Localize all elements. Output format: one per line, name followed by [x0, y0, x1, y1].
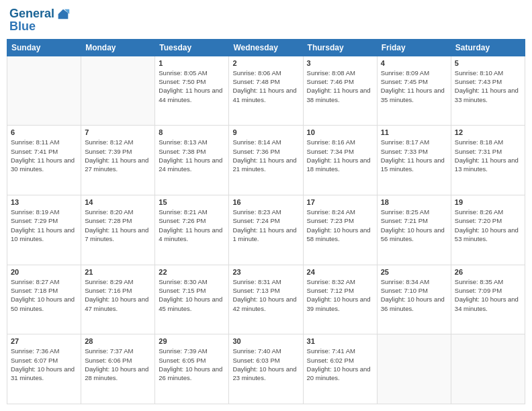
day-cell: 3Sunrise: 8:08 AMSunset: 7:46 PMDaylight… [303, 56, 377, 126]
day-cell: 6Sunrise: 8:11 AMSunset: 7:41 PMDaylight… [7, 126, 81, 195]
day-number: 25 [381, 268, 447, 276]
logo: General Blue [9, 7, 71, 34]
calendar-page: General Blue SundayMondayTuesdayWednesda… [0, 0, 532, 411]
day-number: 11 [381, 128, 447, 136]
day-number: 23 [232, 268, 299, 276]
day-cell: 4Sunrise: 8:09 AMSunset: 7:45 PMDaylight… [377, 56, 451, 126]
weekday-saturday: Saturday [451, 39, 525, 56]
weekday-header-row: SundayMondayTuesdayWednesdayThursdayFrid… [7, 39, 525, 56]
day-number: 5 [455, 59, 521, 67]
day-number: 20 [11, 268, 77, 276]
day-cell: 22Sunrise: 8:30 AMSunset: 7:15 PMDayligh… [155, 265, 229, 334]
week-row-4: 20Sunrise: 8:27 AMSunset: 7:18 PMDayligh… [7, 265, 525, 334]
day-cell: 21Sunrise: 8:29 AMSunset: 7:16 PMDayligh… [81, 265, 155, 334]
calendar-table: SundayMondayTuesdayWednesdayThursdayFrid… [7, 39, 525, 404]
day-info: Sunrise: 8:24 AMSunset: 7:23 PMDaylight:… [307, 208, 373, 243]
day-number: 28 [85, 337, 151, 345]
day-cell: 8Sunrise: 8:13 AMSunset: 7:38 PMDaylight… [155, 126, 229, 195]
logo-text: General [9, 7, 54, 21]
day-cell: 30Sunrise: 7:40 AMSunset: 6:03 PMDayligh… [229, 334, 303, 404]
calendar-body: 1Sunrise: 8:05 AMSunset: 7:50 PMDaylight… [7, 56, 525, 404]
day-info: Sunrise: 8:31 AMSunset: 7:13 PMDaylight:… [232, 277, 299, 313]
day-cell: 29Sunrise: 7:39 AMSunset: 6:05 PMDayligh… [155, 334, 229, 404]
day-cell: 28Sunrise: 7:37 AMSunset: 6:06 PMDayligh… [81, 334, 155, 404]
weekday-monday: Monday [81, 39, 155, 56]
day-number: 12 [455, 128, 521, 136]
weekday-friday: Friday [377, 39, 451, 56]
day-cell: 19Sunrise: 8:26 AMSunset: 7:20 PMDayligh… [451, 195, 525, 265]
day-info: Sunrise: 8:26 AMSunset: 7:20 PMDaylight:… [455, 208, 521, 243]
day-number: 16 [232, 198, 299, 206]
day-info: Sunrise: 7:37 AMSunset: 6:06 PMDaylight:… [85, 347, 151, 382]
day-number: 13 [11, 198, 77, 206]
day-cell: 15Sunrise: 8:21 AMSunset: 7:26 PMDayligh… [155, 195, 229, 265]
day-info: Sunrise: 8:09 AMSunset: 7:45 PMDaylight:… [381, 68, 447, 104]
day-cell [7, 56, 81, 126]
day-info: Sunrise: 8:16 AMSunset: 7:34 PMDaylight:… [307, 138, 373, 173]
day-number: 1 [159, 59, 225, 67]
day-info: Sunrise: 8:11 AMSunset: 7:41 PMDaylight:… [11, 138, 77, 173]
day-info: Sunrise: 8:12 AMSunset: 7:39 PMDaylight:… [85, 138, 151, 173]
day-cell: 25Sunrise: 8:34 AMSunset: 7:10 PMDayligh… [377, 265, 451, 334]
day-cell: 13Sunrise: 8:19 AMSunset: 7:29 PMDayligh… [7, 195, 81, 265]
day-number: 8 [159, 128, 225, 136]
day-info: Sunrise: 7:39 AMSunset: 6:05 PMDaylight:… [159, 347, 225, 382]
day-info: Sunrise: 8:23 AMSunset: 7:24 PMDaylight:… [232, 208, 299, 243]
day-cell: 9Sunrise: 8:14 AMSunset: 7:36 PMDaylight… [229, 126, 303, 195]
day-number: 21 [85, 268, 151, 276]
day-cell: 27Sunrise: 7:36 AMSunset: 6:07 PMDayligh… [7, 334, 81, 404]
day-number: 26 [455, 268, 521, 276]
day-cell: 5Sunrise: 8:10 AMSunset: 7:43 PMDaylight… [451, 56, 525, 126]
day-info: Sunrise: 8:13 AMSunset: 7:38 PMDaylight:… [159, 138, 225, 173]
day-number: 7 [85, 128, 151, 136]
day-info: Sunrise: 8:06 AMSunset: 7:48 PMDaylight:… [232, 68, 299, 104]
day-info: Sunrise: 8:14 AMSunset: 7:36 PMDaylight:… [232, 138, 299, 173]
day-number: 4 [381, 59, 447, 67]
day-number: 10 [307, 128, 373, 136]
day-info: Sunrise: 8:25 AMSunset: 7:21 PMDaylight:… [381, 208, 447, 243]
day-cell: 10Sunrise: 8:16 AMSunset: 7:34 PMDayligh… [303, 126, 377, 195]
weekday-wednesday: Wednesday [229, 39, 303, 56]
header: General Blue [7, 7, 525, 34]
day-number: 27 [11, 337, 77, 345]
week-row-2: 6Sunrise: 8:11 AMSunset: 7:41 PMDaylight… [7, 126, 525, 195]
day-number: 29 [159, 337, 225, 345]
weekday-sunday: Sunday [7, 39, 81, 56]
day-info: Sunrise: 7:41 AMSunset: 6:02 PMDaylight:… [307, 347, 373, 382]
logo-icon [56, 7, 71, 21]
weekday-tuesday: Tuesday [155, 39, 229, 56]
day-info: Sunrise: 8:30 AMSunset: 7:15 PMDaylight:… [159, 277, 225, 313]
day-number: 9 [232, 128, 299, 136]
day-number: 2 [232, 59, 299, 67]
day-cell: 14Sunrise: 8:20 AMSunset: 7:28 PMDayligh… [81, 195, 155, 265]
day-cell: 26Sunrise: 8:35 AMSunset: 7:09 PMDayligh… [451, 265, 525, 334]
day-cell: 7Sunrise: 8:12 AMSunset: 7:39 PMDaylight… [81, 126, 155, 195]
week-row-3: 13Sunrise: 8:19 AMSunset: 7:29 PMDayligh… [7, 195, 525, 265]
day-cell: 24Sunrise: 8:32 AMSunset: 7:12 PMDayligh… [303, 265, 377, 334]
day-cell: 20Sunrise: 8:27 AMSunset: 7:18 PMDayligh… [7, 265, 81, 334]
day-number: 18 [381, 198, 447, 206]
day-info: Sunrise: 8:17 AMSunset: 7:33 PMDaylight:… [381, 138, 447, 173]
day-number: 19 [455, 198, 521, 206]
day-cell [81, 56, 155, 126]
day-info: Sunrise: 7:36 AMSunset: 6:07 PMDaylight:… [11, 347, 77, 382]
day-number: 15 [159, 198, 225, 206]
day-info: Sunrise: 8:35 AMSunset: 7:09 PMDaylight:… [455, 277, 521, 313]
day-cell: 16Sunrise: 8:23 AMSunset: 7:24 PMDayligh… [229, 195, 303, 265]
day-cell: 11Sunrise: 8:17 AMSunset: 7:33 PMDayligh… [377, 126, 451, 195]
day-cell: 2Sunrise: 8:06 AMSunset: 7:48 PMDaylight… [229, 56, 303, 126]
day-info: Sunrise: 8:19 AMSunset: 7:29 PMDaylight:… [11, 208, 77, 243]
day-cell: 1Sunrise: 8:05 AMSunset: 7:50 PMDaylight… [155, 56, 229, 126]
day-cell: 18Sunrise: 8:25 AMSunset: 7:21 PMDayligh… [377, 195, 451, 265]
day-number: 31 [307, 337, 373, 345]
week-row-1: 1Sunrise: 8:05 AMSunset: 7:50 PMDaylight… [7, 56, 525, 126]
day-number: 14 [85, 198, 151, 206]
day-info: Sunrise: 8:08 AMSunset: 7:46 PMDaylight:… [307, 68, 373, 104]
day-number: 30 [232, 337, 299, 345]
day-info: Sunrise: 8:21 AMSunset: 7:26 PMDaylight:… [159, 208, 225, 243]
day-number: 22 [159, 268, 225, 276]
day-info: Sunrise: 8:27 AMSunset: 7:18 PMDaylight:… [11, 277, 77, 313]
day-info: Sunrise: 8:18 AMSunset: 7:31 PMDaylight:… [455, 138, 521, 173]
day-info: Sunrise: 8:34 AMSunset: 7:10 PMDaylight:… [381, 277, 447, 313]
day-cell: 17Sunrise: 8:24 AMSunset: 7:23 PMDayligh… [303, 195, 377, 265]
